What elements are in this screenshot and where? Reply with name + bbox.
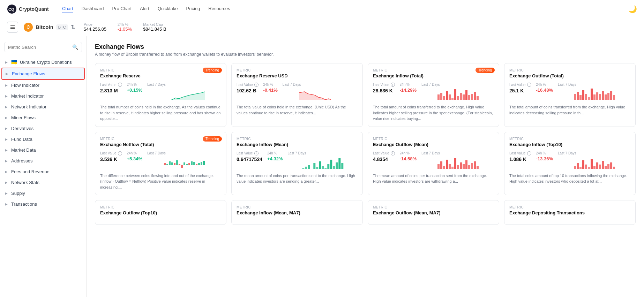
chevron-icon: ▶ [5,60,8,64]
svg-rect-30 [596,92,598,100]
sidebar-toggle-button[interactable] [7,22,18,33]
search-box[interactable]: 🔍 [4,42,82,52]
card-exchange-inflow-mean-ma7[interactable]: Metric Exchange Inflow (Mean, MA7) [231,200,363,225]
sidebar-item-fund-data[interactable]: ▶ Fund Data [0,134,86,145]
svg-rect-84 [477,166,479,169]
coin-info[interactable]: ₿ Bitcoin BTC ⇅ [24,23,75,32]
chevron-icon: ▶ [5,148,8,152]
card-exchange-depositing-transactions[interactable]: Metric Exchange Depositing Transactions [504,200,636,225]
sidebar-item-label: Transactions [11,201,37,207]
sidebar-item-label: Fees and Revenue [11,169,50,174]
stat-label: Last Value i [237,83,259,87]
price-group: Price $44,256.85 24h % -1.05% Market Cap… [84,22,166,32]
card-title: Exchange Inflow (Total) [373,73,494,78]
svg-rect-38 [164,163,166,165]
change-value: -13.36% [536,156,553,161]
card-title: Exchange Inflow (Mean) [237,142,358,147]
card-title: Exchange Depositing Transactions [509,210,630,215]
last-value-group: Last Value i 28.636 K [373,83,395,93]
sidebar-item-network-indicator[interactable]: ▶ Network Indicator [0,101,86,112]
chevron-icon: ▶ [5,94,8,98]
sidebar-item-addresses[interactable]: ▶ Addresses [0,155,86,166]
logo[interactable]: CQ CryptoQuant [7,4,49,14]
nav-dashboard[interactable]: Dashboard [82,5,104,13]
sidebar-item-network-stats[interactable]: ▶ Network Stats [0,177,86,188]
nav-pro-chart[interactable]: Pro Chart [112,5,132,13]
svg-rect-2 [10,25,15,26]
swap-icon[interactable]: ⇅ [71,24,75,30]
card-exchange-reserve-usd[interactable]: Metric Exchange Reserve USD Last Value i… [231,63,363,127]
sidebar-item-market-data[interactable]: ▶ Market Data [0,145,86,155]
svg-rect-10 [446,91,448,100]
card-stats: Last Value i 4.8354 24h % -14.58% Last 7… [373,151,494,169]
sidebar-item-flow-indicator[interactable]: ▶ Flow Indicator [0,80,86,91]
card-exchange-netflow-total[interactable]: Metric Exchange Netflow (Total) Trending… [95,132,226,196]
card-title: Exchange Outflow (Top10) [100,210,221,215]
svg-rect-22 [574,94,576,100]
top-nav: CQ CryptoQuant Chart Dashboard Pro Chart… [0,0,644,18]
chart-label: Last 7 Days [147,83,221,86]
search-input[interactable] [8,45,70,50]
card-desc: The total value of coins held in the exc… [237,104,358,116]
change-group: 24h % -16.48% [536,83,553,93]
card-exchange-inflow-mean[interactable]: Metric Exchange Inflow (Mean) Last Value… [231,132,363,196]
change-value: -0.41% [263,87,278,93]
svg-rect-93 [596,162,598,169]
nav-quicktake[interactable]: Quicktake [158,5,178,13]
sidebar-item-exchange-flows[interactable]: ▶ Exchange Flows [1,68,85,80]
nav-chart[interactable]: Chart [62,5,73,13]
chevron-icon: ▶ [6,72,8,76]
svg-rect-20 [474,92,476,100]
sidebar-item-fees-revenue[interactable]: ▶ Fees and Revenue [0,166,86,177]
card-exchange-outflow-total[interactable]: Metric Exchange Outflow (Total) Last Val… [504,63,636,127]
nav-pricing[interactable]: Pricing [186,5,200,13]
change-label: 24h % [536,151,553,155]
svg-rect-73 [446,160,448,169]
svg-rect-74 [449,164,451,169]
sidebar-item-market-indicator[interactable]: ▶ Market Indicator [0,91,86,101]
card-exchange-outflow-mean-ma7[interactable]: Metric Exchange Outflow (Mean, MA7) [368,200,499,225]
search-icon[interactable]: 🔍 [72,44,78,50]
change-group: 24h % -13.36% [536,151,553,161]
svg-rect-50 [193,162,195,165]
theme-toggle-icon[interactable]: 🌙 [628,5,637,13]
sidebar-item-supply[interactable]: ▶ Supply [0,188,86,199]
chevron-icon: ▶ [5,170,8,174]
nav-resources[interactable]: Resources [208,5,230,13]
sidebar-item-label: Miner Flows [11,115,36,120]
svg-rect-32 [602,91,604,100]
svg-rect-77 [457,165,459,169]
card-exchange-outflow-top10[interactable]: Metric Exchange Outflow (Top10) [95,200,226,225]
svg-rect-82 [471,163,473,169]
nav-alert[interactable]: Alert [140,5,149,13]
card-title: Exchange Reserve USD [237,73,358,78]
last-value-group: Last Value i 102.62 B [237,83,259,93]
panel-icon [10,25,15,30]
svg-rect-26 [585,94,587,100]
svg-rect-75 [451,167,454,169]
change-value: -16.48% [536,87,553,93]
info-icon: i [527,83,531,87]
sidebar-item-transactions[interactable]: ▶ Transactions [0,199,86,210]
card-exchange-inflow-total[interactable]: Metric Exchange Inflow (Total) Trending … [368,63,499,127]
card-metric-label: Metric [373,137,494,141]
sidebar-item-miner-flows[interactable]: ▶ Miner Flows [0,112,86,123]
sidebar-item-label: Exchange Flows [12,71,45,76]
card-exchange-reserve[interactable]: Metric Exchange Reserve Trending Last Va… [95,63,226,127]
sidebar-item-derivatives[interactable]: ▶ Derivatives [0,123,86,134]
svg-rect-7 [437,94,440,100]
stat-label: Last Value i [100,83,122,87]
svg-rect-97 [607,164,609,169]
cards-grid-3: Metric Exchange Outflow (Top10) Metric E… [95,200,636,225]
chart-area: Last 7 Days [147,151,221,169]
card-stats: Last Value i 25.1 K 24h % -16.48% Last 7… [509,83,630,100]
card-exchange-outflow-mean[interactable]: Metric Exchange Outflow (Mean) Last Valu… [368,132,499,196]
change-group: 24h % +0.15% [127,83,142,93]
sidebar-item-ukraine[interactable]: ▶ 🇺🇦 Ukraine Crypto Donations [0,56,86,68]
card-exchange-inflow-top10[interactable]: Metric Exchange Inflow (Top10) Last Valu… [504,132,636,196]
logo-text: CryptoQuant [19,6,49,12]
mini-chart-svg [147,87,221,100]
chart-label: Last 7 Days [147,151,221,155]
svg-rect-57 [308,165,310,169]
card-stats: Last Value i 1.086 K 24h % -13.36% Last … [509,151,630,169]
